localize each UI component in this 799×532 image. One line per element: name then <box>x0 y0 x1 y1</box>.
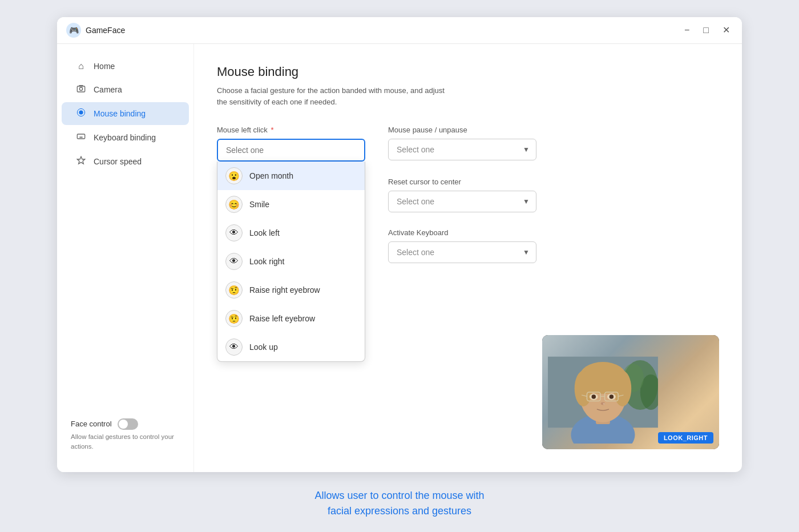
toggle-knob <box>119 420 128 429</box>
app-icon-glyph: 🎮 <box>69 26 79 35</box>
sidebar-item-cursor-speed[interactable]: Cursor speed <box>62 150 189 173</box>
titlebar: 🎮 GameFace − □ ✕ <box>57 17 742 44</box>
empty-top-right <box>559 126 708 162</box>
sidebar-item-mouse-binding[interactable]: Mouse binding <box>62 102 189 125</box>
activate-keyboard-select[interactable]: Select one <box>388 241 536 263</box>
activate-keyboard-label: Activate Keyboard <box>388 228 536 237</box>
maximize-button[interactable]: □ <box>700 25 712 36</box>
svg-rect-4 <box>77 134 84 139</box>
app-window: 🎮 GameFace − □ ✕ ⌂ Home <box>57 17 742 472</box>
app-body: ⌂ Home Camera <box>57 44 742 472</box>
reset-cursor-group: Reset cursor to center Select one ▼ <box>388 178 536 212</box>
sidebar-nav: ⌂ Home Camera <box>57 55 193 173</box>
sidebar-label-camera: Camera <box>94 85 122 94</box>
tagline-text: Allows user to control the mouse with fa… <box>314 490 484 517</box>
sidebar: ⌂ Home Camera <box>57 44 194 472</box>
look-up-icon: 👁 <box>225 338 243 356</box>
sidebar-label-keyboard-binding: Keyboard binding <box>94 133 156 142</box>
sidebar-item-home[interactable]: ⌂ Home <box>62 55 189 77</box>
dropdown-item-look-up-label: Look up <box>249 342 278 352</box>
svg-point-1 <box>79 87 82 90</box>
mouse-left-click-wrapper: 😮 Open month 😊 Smile 👁 Look left <box>217 139 365 162</box>
open-mouth-icon: 😮 <box>225 167 243 184</box>
reset-cursor-select[interactable]: Select one <box>388 191 536 212</box>
dropdown-item-look-right-label: Look right <box>249 257 284 266</box>
face-control-toggle[interactable] <box>118 418 138 430</box>
minimize-button[interactable]: − <box>681 25 692 36</box>
svg-marker-10 <box>77 156 84 164</box>
dropdown-item-raise-right-eyebrow[interactable]: 🤨 Raise right eyebrow <box>217 276 365 304</box>
camera-placeholder: LOOK_RIGHT <box>542 335 719 449</box>
required-star: * <box>269 126 274 134</box>
raise-right-eyebrow-icon: 🤨 <box>225 281 243 299</box>
titlebar-left: 🎮 GameFace <box>66 23 125 38</box>
face-control-desc: Allow facial gestures to control your ac… <box>71 432 180 452</box>
sidebar-label-home: Home <box>94 62 115 71</box>
form-grid: Mouse left click * 😮 Open month 😊 Smile <box>217 126 708 263</box>
activate-keyboard-group: Activate Keyboard Select one ▼ <box>388 228 536 263</box>
camera-icon <box>75 84 87 95</box>
mouse-left-click-dropdown: 😮 Open month 😊 Smile 👁 Look left <box>217 162 365 362</box>
camera-badge: LOOK_RIGHT <box>658 432 713 444</box>
sidebar-label-mouse-binding: Mouse binding <box>94 109 146 118</box>
face-control-label-text: Face control <box>71 420 112 428</box>
mouse-pause-select[interactable]: Select one <box>388 139 536 160</box>
mouse-pause-label: Mouse pause / unpause <box>388 126 536 134</box>
svg-point-3 <box>79 111 83 115</box>
sidebar-item-keyboard-binding[interactable]: Keyboard binding <box>62 126 189 149</box>
svg-point-28 <box>592 394 596 398</box>
dropdown-item-look-right[interactable]: 👁 Look right <box>217 247 365 276</box>
look-left-icon: 👁 <box>225 224 243 241</box>
home-icon: ⌂ <box>75 61 87 71</box>
reset-cursor-label: Reset cursor to center <box>388 178 536 186</box>
mouse-binding-icon <box>75 108 87 119</box>
mouse-left-click-group: Mouse left click * 😮 Open month 😊 Smile <box>217 126 365 162</box>
reset-cursor-wrapper: Select one ▼ <box>388 191 536 212</box>
mouse-pause-select-wrapper: Select one ▼ <box>388 139 536 160</box>
dropdown-item-open-mouth-label: Open month <box>249 171 293 180</box>
mouse-pause-group: Mouse pause / unpause Select one ▼ <box>388 126 536 162</box>
dropdown-item-raise-left-eyebrow[interactable]: 🤨 Raise left eyebrow <box>217 304 365 333</box>
dropdown-item-look-up[interactable]: 👁 Look up <box>217 333 365 361</box>
main-content: Mouse binding Choose a facial gesture fo… <box>194 44 742 472</box>
dropdown-item-open-mouth[interactable]: 😮 Open month <box>217 162 365 190</box>
dropdown-item-smile[interactable]: 😊 Smile <box>217 190 365 219</box>
cursor-speed-icon <box>75 156 87 167</box>
page-title: Mouse binding <box>217 65 719 79</box>
keyboard-icon <box>75 132 87 143</box>
dropdown-item-raise-right-eyebrow-label: Raise right eyebrow <box>249 285 320 295</box>
activate-keyboard-wrapper: Select one ▼ <box>388 241 536 263</box>
dropdown-item-look-left[interactable]: 👁 Look left <box>217 219 365 247</box>
sidebar-label-cursor-speed: Cursor speed <box>94 157 142 166</box>
mouse-left-click-label: Mouse left click * <box>217 126 365 134</box>
empty-mid-right <box>559 178 708 212</box>
app-title: GameFace <box>86 26 125 35</box>
sidebar-bottom: Face control Allow facial gestures to co… <box>57 409 193 461</box>
sidebar-item-camera[interactable]: Camera <box>62 78 189 101</box>
bottom-tagline: Allows user to control the mouse with fa… <box>314 488 484 519</box>
titlebar-controls: − □ ✕ <box>681 25 733 36</box>
svg-point-29 <box>610 394 614 398</box>
camera-person-svg <box>548 341 658 444</box>
page-desc: Choose a facial gesture for the action b… <box>217 85 445 107</box>
smile-icon: 😊 <box>225 196 243 213</box>
close-button[interactable]: ✕ <box>720 25 733 36</box>
look-right-icon: 👁 <box>225 253 243 270</box>
raise-left-eyebrow-icon: 🤨 <box>225 310 243 327</box>
face-control-row: Face control <box>71 418 180 430</box>
dropdown-item-look-left-label: Look left <box>249 228 280 237</box>
svg-point-31 <box>603 403 604 404</box>
mouse-left-click-input[interactable] <box>217 139 365 162</box>
app-icon: 🎮 <box>66 23 81 38</box>
dropdown-item-smile-label: Smile <box>249 200 269 209</box>
dropdown-item-raise-left-eyebrow-label: Raise left eyebrow <box>249 314 315 323</box>
camera-feed: LOOK_RIGHT <box>542 335 719 449</box>
